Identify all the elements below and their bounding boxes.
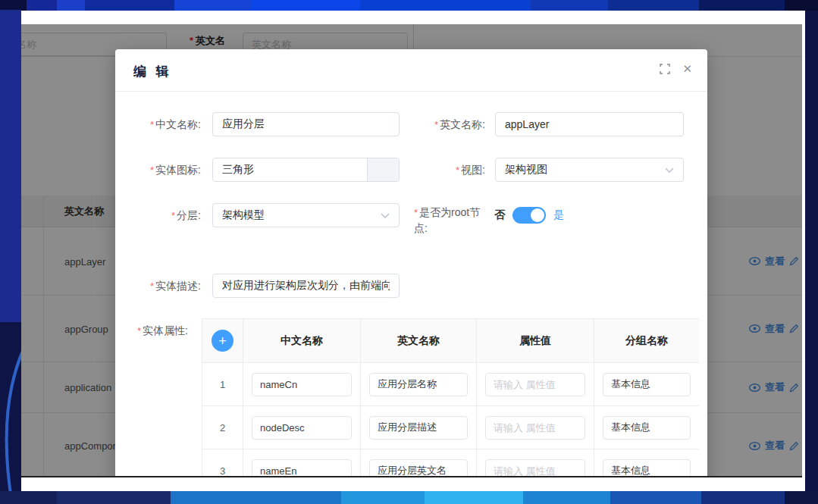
view-label: *视图: [402, 162, 485, 178]
is-root-label: *是否为root节点: [414, 205, 487, 236]
attr-header-en-name: 英文名称 [361, 319, 477, 363]
attr-table: + 中文名称 英文名称 属性值 分组名称 1 2 [202, 318, 699, 477]
entity-desc-label: *实体描述: [118, 278, 201, 294]
attr-header-cn-name: 中文名称 [243, 319, 361, 363]
entity-icon-field [212, 158, 400, 182]
attr-value-input[interactable] [485, 416, 585, 440]
swoosh-curve-art [0, 343, 21, 504]
toggle-off-text: 否 [494, 208, 505, 222]
layer-select-value: 架构模型 [222, 208, 265, 222]
bottom-mosaic-band [0, 491, 818, 504]
attr-en-name-input[interactable] [369, 416, 468, 440]
attr-group-input[interactable] [603, 459, 691, 478]
left-art-strip [0, 10, 21, 504]
attr-cn-name-input[interactable] [252, 416, 352, 440]
app-window: * 英文名 英文名称 appLayer 查看 [21, 24, 802, 477]
dialog-title: 编 辑 [133, 63, 172, 80]
edit-dialog: 编 辑 ✕ *中文名称: *英文名称: *实体图标: [115, 49, 707, 477]
attr-table-header: + 中文名称 英文名称 属性值 分组名称 [202, 319, 699, 363]
en-name-label: *英文名称: [402, 117, 485, 133]
attr-group-input[interactable] [603, 373, 691, 396]
view-select-value: 架构视图 [505, 163, 547, 177]
attr-value-input[interactable] [485, 373, 585, 396]
icon-picker-button[interactable] [367, 158, 399, 181]
close-icon[interactable]: ✕ [682, 63, 692, 74]
chevron-down-icon [665, 167, 674, 173]
view-select[interactable]: 架构视图 [495, 158, 684, 182]
attr-en-name-input[interactable] [369, 459, 468, 478]
attr-row: 3 [202, 449, 699, 477]
attr-row-index: 1 [220, 379, 225, 390]
dialog-header: 编 辑 ✕ [115, 49, 707, 92]
fullscreen-icon[interactable] [660, 64, 670, 74]
attr-cn-name-input[interactable] [252, 459, 352, 478]
attr-en-name-input[interactable] [369, 373, 468, 396]
attr-group-input[interactable] [603, 416, 691, 440]
cn-name-input[interactable] [212, 112, 400, 136]
attr-row: 1 [202, 363, 699, 406]
toggle-on-text: 是 [553, 208, 564, 222]
attr-cn-name-input[interactable] [252, 373, 352, 396]
layer-select[interactable]: 架构模型 [212, 203, 400, 227]
decorative-frame: * 英文名 英文名称 appLayer 查看 [0, 0, 818, 504]
attr-row-index: 3 [220, 465, 225, 477]
entity-attrs-label: *实体属性: [105, 323, 188, 339]
attr-row-index: 2 [220, 422, 225, 434]
attr-row: 2 [202, 406, 699, 449]
attr-value-input[interactable] [485, 459, 585, 478]
add-attribute-button[interactable]: + [212, 330, 233, 352]
entity-desc-input[interactable] [212, 274, 400, 298]
chevron-down-icon [381, 213, 390, 218]
cn-name-label: *中文名称: [118, 117, 201, 133]
layer-label: *分层: [118, 208, 201, 224]
attr-header-group: 分组名称 [594, 319, 699, 363]
root-toggle[interactable] [512, 207, 546, 224]
attr-header-value: 属性值 [477, 319, 594, 363]
en-name-input[interactable] [495, 112, 684, 136]
entity-icon-label: *实体图标: [118, 162, 201, 178]
top-mosaic-band [0, 0, 818, 11]
